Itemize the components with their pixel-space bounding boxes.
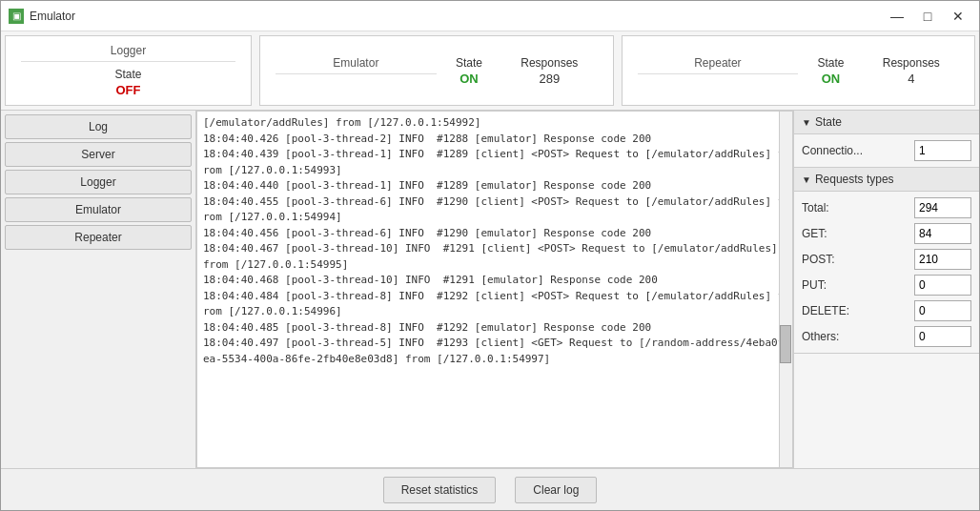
field-label-post: POST: <box>802 253 835 266</box>
repeater-state-label: State <box>817 56 844 70</box>
sidebar-item-repeater[interactable]: Repeater <box>5 225 192 250</box>
requests-section: ▼ Requests types Total: GET: POST: PUT: … <box>794 168 979 354</box>
logger-panel-title: Logger <box>21 44 235 62</box>
field-row-post: POST: <box>802 249 971 270</box>
log-content[interactable]: [/emulator/addRules] from [/127.0.0.1:54… <box>197 112 792 467</box>
main-content: Log Server Logger Emulator Repeater [/em… <box>1 111 979 468</box>
main-window: ▣ Emulator — □ ✕ Logger State OFF Emulat… <box>0 0 980 511</box>
repeater-responses-label: Responses <box>883 56 940 70</box>
state-section-header[interactable]: ▼ State <box>794 111 979 134</box>
logger-state-value: OFF <box>116 83 141 97</box>
field-input-put[interactable] <box>914 275 971 296</box>
field-label-others: Others: <box>802 330 839 343</box>
window-controls: — □ ✕ <box>884 7 971 26</box>
emulator-responses-value: 289 <box>539 72 560 86</box>
reset-statistics-button[interactable]: Reset statistics <box>383 477 497 503</box>
field-row-others: Others: <box>802 326 971 347</box>
requests-collapse-icon: ▼ <box>802 174 811 185</box>
window-title: Emulator <box>30 10 884 23</box>
log-area: [/emulator/addRules] from [/127.0.0.1:54… <box>196 111 793 468</box>
repeater-panel: Repeater State ON Responses 4 <box>622 35 976 106</box>
sidebar-item-server[interactable]: Server <box>5 142 192 167</box>
state-section-title: State <box>815 115 842 129</box>
emulator-panel: Emulator State ON Responses 289 <box>259 35 614 106</box>
header-panels: Logger State OFF Emulator State ON Respo… <box>1 31 979 111</box>
field-label-connection: Connectio... <box>802 144 863 157</box>
log-entry: 18:04:40.439 [pool-3-thread-1] INFO #128… <box>203 147 786 178</box>
emulator-responses-section: Responses 289 <box>521 56 578 86</box>
sidebar: Log Server Logger Emulator Repeater <box>1 111 196 468</box>
close-button[interactable]: ✕ <box>945 7 971 26</box>
field-input-connection[interactable] <box>914 140 971 161</box>
field-row-put: PUT: <box>802 275 971 296</box>
repeater-responses-section: Responses 4 <box>883 56 940 86</box>
repeater-responses-value: 4 <box>908 72 914 86</box>
repeater-state-section: State ON <box>817 56 844 86</box>
emulator-responses-label: Responses <box>521 56 578 70</box>
emulator-state-section: State ON <box>456 56 482 86</box>
emulator-state-value: ON <box>459 72 479 86</box>
field-input-delete[interactable] <box>914 300 971 321</box>
sidebar-item-log[interactable]: Log <box>5 114 192 139</box>
state-collapse-icon: ▼ <box>802 117 811 128</box>
emulator-state-label: State <box>456 56 482 70</box>
repeater-state-value: ON <box>822 72 841 86</box>
log-entry: [/emulator/addRules] from [/127.0.0.1:54… <box>203 115 786 132</box>
logger-panel: Logger State OFF <box>5 35 252 106</box>
requests-section-title: Requests types <box>815 173 894 186</box>
repeater-panel-title: Repeater <box>638 56 799 74</box>
sidebar-item-logger[interactable]: Logger <box>5 170 192 194</box>
field-row-total: Total: <box>802 197 971 218</box>
log-entry: 18:04:40.497 [pool-3-thread-5] INFO #129… <box>203 336 786 367</box>
bottom-bar: Reset statistics Clear log <box>1 468 979 510</box>
log-entry: 18:04:40.456 [pool-3-thread-6] INFO #129… <box>203 226 786 242</box>
sidebar-item-emulator[interactable]: Emulator <box>5 197 192 222</box>
requests-section-content: Total: GET: POST: PUT: DELETE: Others: <box>794 192 979 353</box>
log-entry: 18:04:40.455 [pool-3-thread-6] INFO #129… <box>203 194 786 226</box>
log-entry: 18:04:40.485 [pool-3-thread-8] INFO #129… <box>203 320 786 337</box>
clear-log-button[interactable]: Clear log <box>515 477 597 503</box>
state-section-content: Connectio... <box>794 134 979 167</box>
requests-section-header[interactable]: ▼ Requests types <box>794 168 979 192</box>
field-input-total[interactable] <box>914 197 971 218</box>
log-scrollbar[interactable] <box>779 112 792 467</box>
minimize-button[interactable]: — <box>884 7 910 26</box>
field-row-connection: Connectio... <box>802 140 971 161</box>
log-entry: 18:04:40.468 [pool-3-thread-10] INFO #12… <box>203 273 786 289</box>
field-label-total: Total: <box>802 201 829 215</box>
field-input-post[interactable] <box>914 249 971 270</box>
field-label-put: PUT: <box>802 278 827 292</box>
scrollbar-thumb[interactable] <box>780 325 791 363</box>
log-entry: 18:04:40.426 [pool-3-thread-2] INFO #128… <box>203 132 786 148</box>
state-section: ▼ State Connectio... <box>794 111 979 168</box>
title-bar: ▣ Emulator — □ ✕ <box>1 1 979 31</box>
log-entry: 18:04:40.440 [pool-3-thread-1] INFO #128… <box>203 178 786 194</box>
field-row-get: GET: <box>802 223 971 244</box>
log-entry: 18:04:40.467 [pool-3-thread-10] INFO #12… <box>203 241 786 273</box>
field-row-delete: DELETE: <box>802 300 971 321</box>
field-label-delete: DELETE: <box>802 304 849 317</box>
emulator-panel-title: Emulator <box>276 56 437 74</box>
maximize-button[interactable]: □ <box>914 7 941 26</box>
field-input-others[interactable] <box>914 326 971 347</box>
right-panel: ▼ State Connectio... ▼ Requests types To… <box>793 111 979 468</box>
field-label-get: GET: <box>802 227 827 240</box>
app-icon: ▣ <box>9 9 24 24</box>
log-entry: 18:04:40.484 [pool-3-thread-8] INFO #129… <box>203 289 786 320</box>
logger-state-label: State <box>114 68 141 81</box>
field-input-get[interactable] <box>914 223 971 244</box>
